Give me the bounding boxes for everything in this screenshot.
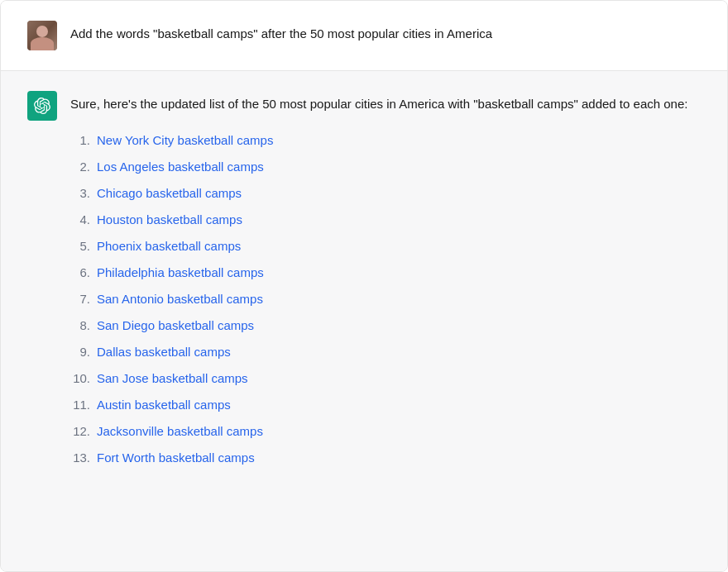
assistant-message-content: Sure, here's the updated list of the 50 … [70, 91, 701, 471]
list-number: 13. [70, 448, 90, 468]
city-link[interactable]: San Jose basketball camps [97, 369, 248, 388]
chat-container: Add the words "basketball camps" after t… [0, 0, 728, 572]
city-link[interactable]: San Diego basketball camps [97, 316, 254, 336]
city-link[interactable]: Phoenix basketball camps [97, 236, 241, 256]
city-link[interactable]: Los Angeles basketball camps [97, 157, 264, 177]
city-link[interactable]: Chicago basketball camps [97, 184, 242, 203]
city-link[interactable]: San Antonio basketball camps [97, 289, 263, 309]
list-number: 11. [70, 395, 90, 415]
user-avatar [27, 21, 57, 50]
list-number: 6. [70, 263, 90, 283]
assistant-message-block: Sure, here's the updated list of the 50 … [1, 71, 727, 571]
city-link[interactable]: Houston basketball camps [97, 210, 242, 230]
user-message-content: Add the words "basketball camps" after t… [70, 21, 701, 44]
list-number: 9. [70, 342, 90, 362]
list-item: 8. San Diego basketball camps [70, 312, 701, 339]
city-link[interactable]: Jacksonville basketball camps [97, 422, 263, 441]
city-link[interactable]: New York City basketball camps [97, 131, 273, 150]
city-link[interactable]: Austin basketball camps [97, 395, 231, 415]
list-item: 2. Los Angeles basketball camps [70, 154, 701, 180]
list-item: 13. Fort Worth basketball camps [70, 445, 701, 471]
list-item: 12. Jacksonville basketball camps [70, 418, 701, 445]
list-number: 3. [70, 184, 90, 203]
chatgpt-avatar [27, 91, 57, 121]
list-number: 5. [70, 236, 90, 256]
list-number: 4. [70, 210, 90, 230]
list-item: 5. Phoenix basketball camps [70, 233, 701, 260]
list-item: 3. Chicago basketball camps [70, 180, 701, 207]
list-item: 1. New York City basketball camps [70, 127, 701, 154]
user-avatar-image [27, 21, 57, 50]
city-link[interactable]: Dallas basketball camps [97, 342, 231, 362]
list-number: 12. [70, 422, 90, 441]
list-item: 10. San Jose basketball camps [70, 365, 701, 392]
list-item: 4. Houston basketball camps [70, 207, 701, 233]
list-number: 1. [70, 131, 90, 150]
chatgpt-icon [34, 98, 50, 114]
list-number: 8. [70, 316, 90, 336]
list-number: 2. [70, 157, 90, 177]
list-item: 7. San Antonio basketball camps [70, 286, 701, 312]
user-message-block: Add the words "basketball camps" after t… [1, 1, 727, 71]
list-number: 10. [70, 369, 90, 388]
city-link[interactable]: Philadelphia basketball camps [97, 263, 264, 283]
user-message-text: Add the words "basketball camps" after t… [70, 26, 492, 41]
city-link[interactable]: Fort Worth basketball camps [97, 448, 255, 468]
list-number: 7. [70, 289, 90, 309]
list-item: 11. Austin basketball camps [70, 392, 701, 418]
list-item: 6. Philadelphia basketball camps [70, 260, 701, 286]
city-list: 1. New York City basketball camps 2. Los… [70, 127, 701, 471]
assistant-intro-text: Sure, here's the updated list of the 50 … [70, 94, 701, 114]
list-item: 9. Dallas basketball camps [70, 339, 701, 365]
